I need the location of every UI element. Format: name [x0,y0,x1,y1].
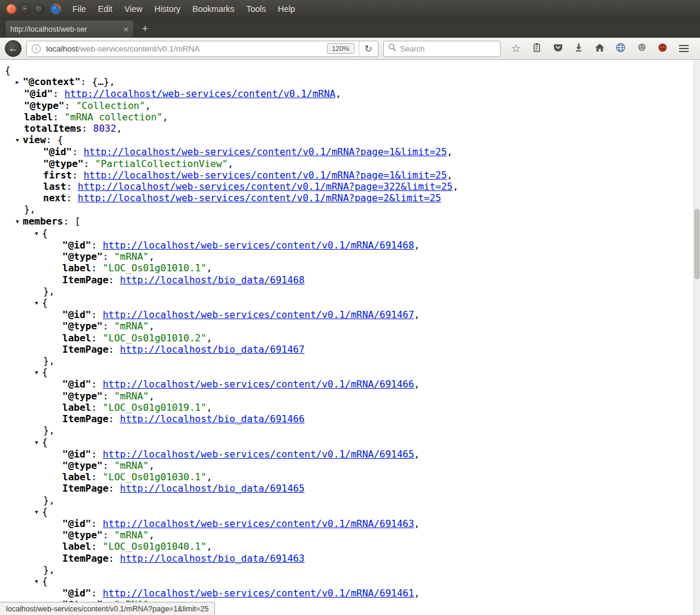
url-path: /web-services/content/v0.1/mRNA [78,44,199,53]
back-button[interactable]: ← [5,40,22,57]
json-link[interactable]: http://localhost/web-services/content/v0… [78,192,441,204]
json-link[interactable]: http://localhost/bio_data/691468 [120,274,304,286]
json-link[interactable]: http://localhost/bio_data/691465 [120,483,304,494]
json-line: ItemPage: http://localhost/bio_data/6914… [0,483,700,494]
extension-2-button[interactable] [652,40,673,57]
bookmark-star-button[interactable]: ☆ [505,40,526,57]
json-punctuation: , [207,541,213,552]
json-string: "mRNA" [114,529,149,541]
window-close-button[interactable]: × [6,4,17,14]
page-info-icon[interactable]: i [32,44,41,53]
new-tab-button[interactable]: + [134,20,156,38]
collapse-toggle-icon[interactable]: ▼ [31,367,42,378]
json-punctuation: { [42,228,48,239]
search-bar[interactable] [383,41,501,57]
json-link[interactable]: http://localhost/web-services/content/v0… [83,146,447,157]
json-punctuation: : [66,181,78,192]
collapse-toggle-icon[interactable]: ▼ [31,507,42,518]
json-punctuation: : [ [63,216,80,227]
json-link[interactable]: http://localhost/web-services/content/v0… [102,240,414,251]
globe-addon-button[interactable] [610,40,631,57]
json-punctuation: , [228,158,234,169]
json-line: "@id": http://localhost/web-services/con… [0,518,700,529]
json-line: "@id": http://localhost/web-services/con… [0,449,700,460]
json-line: }, [0,286,700,297]
json-link[interactable]: http://localhost/web-services/content/v0… [102,309,414,320]
firefox-icon [50,3,62,15]
menubar-items: File Edit View History Bookmarks Tools H… [66,4,301,14]
url-domain: localhost [46,44,78,53]
menu-item-view[interactable]: View [119,4,149,14]
window-minimize-icon: − [23,5,27,12]
json-string: "mRNA" [114,320,149,332]
collapse-toggle-icon[interactable]: ▼ [12,135,23,146]
tab-active[interactable]: http://localhost/web-ser × [5,20,134,38]
json-link[interactable]: http://localhost/web-services/content/v0… [64,88,335,99]
json-punctuation: : [108,344,120,355]
menu-item-help[interactable]: Help [272,4,301,14]
json-key: label [62,471,91,483]
window-minimize-button[interactable]: − [20,4,31,14]
json-string: "mRNA" [114,460,149,471]
json-punctuation: , [414,240,420,251]
menu-item-file[interactable]: File [66,4,92,14]
json-line: ▼{ [0,297,700,309]
json-punctuation: , [145,100,151,111]
toolbar-icon-group: ☆ [505,40,694,57]
url-bar[interactable]: i localhost/web-services/content/v0.1/mR… [26,41,378,57]
json-link[interactable]: http://localhost/web-services/content/v0… [102,378,414,390]
json-line: ▼{ [0,366,700,378]
downloads-button[interactable] [568,40,589,57]
extension-1-button[interactable] [631,40,652,57]
json-punctuation: : [83,158,95,169]
scrollbar-thumb[interactable] [695,209,699,279]
vertical-scrollbar[interactable] [693,60,700,615]
collapse-toggle-icon[interactable]: ▼ [31,228,42,240]
window-maximize-button[interactable]: □ [34,4,44,14]
clipboard-button[interactable] [526,40,547,57]
json-link[interactable]: http://localhost/web-services/content/v0… [102,449,414,460]
download-icon [574,43,583,54]
collapse-toggle-icon[interactable]: ▼ [31,298,42,309]
json-punctuation: : [108,413,120,425]
star-icon: ☆ [511,42,520,55]
json-line: }, [0,355,700,366]
tab-close-icon[interactable]: × [123,24,129,34]
json-link[interactable]: http://localhost/web-services/content/v0… [83,169,447,181]
pocket-icon [553,43,563,54]
json-punctuation: : [108,274,120,286]
json-link[interactable]: http://localhost/bio_data/691466 [120,413,304,425]
menu-item-edit[interactable]: Edit [92,4,119,14]
json-link[interactable]: http://localhost/bio_data/691467 [120,344,304,355]
menu-item-tools[interactable]: Tools [240,4,272,14]
collapse-toggle-icon[interactable]: ▼ [31,437,42,449]
json-punctuation: { [42,366,48,378]
json-punctuation: : [72,169,83,181]
pocket-button[interactable] [547,40,568,57]
json-key: ItemPage [62,483,108,494]
zoom-level-badge[interactable]: 120% [327,43,354,54]
json-link[interactable]: http://localhost/web-services/content/v0… [102,518,414,529]
expand-toggle-icon[interactable]: ▶ [12,77,23,88]
json-punctuation: }, [43,564,54,575]
json-line: }, [0,495,700,506]
json-link[interactable]: http://localhost/web-services/content/v0… [78,181,453,192]
collapse-toggle-icon[interactable]: ▼ [31,576,42,587]
menu-button[interactable] [673,40,694,57]
home-button[interactable] [589,40,610,57]
json-link[interactable]: http://localhost/bio_data/691463 [120,553,304,564]
navigation-toolbar: ← i localhost/web-services/content/v0.1/… [0,38,700,60]
json-punctuation: , [207,332,213,344]
json-key: "@id" [62,378,91,390]
json-link[interactable]: http://localhost/web-services/content/v0… [102,587,414,599]
search-input[interactable] [400,44,496,53]
menu-item-history[interactable]: History [149,4,187,14]
json-key: "@id" [62,449,91,460]
json-line: first: http://localhost/web-services/con… [0,169,700,181]
json-line: label: "LOC_Os01g01010.2", [0,332,700,344]
menu-item-bookmarks[interactable]: Bookmarks [186,4,240,14]
json-key: "@context" [23,76,80,87]
collapse-toggle-icon[interactable]: ▼ [12,216,23,228]
reload-button[interactable]: ↻ [359,41,378,56]
json-punctuation: { [42,506,48,517]
